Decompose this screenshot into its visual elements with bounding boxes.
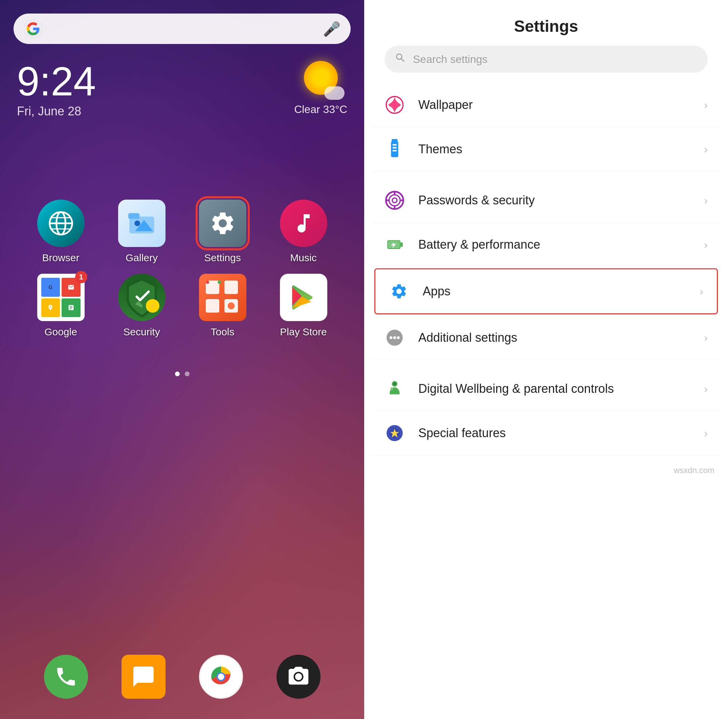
search-settings-placeholder: Search settings xyxy=(413,53,488,66)
playstore-label: Play Store xyxy=(280,326,327,338)
svg-point-12 xyxy=(206,281,209,284)
battery-chevron: › xyxy=(704,238,708,251)
tools-label: Tools xyxy=(211,326,234,338)
gallery-icon xyxy=(118,200,165,247)
app-item-tools[interactable]: Tools xyxy=(189,274,257,338)
app-row-2: G 1 Google xyxy=(20,274,344,338)
mic-icon[interactable]: 🎤 xyxy=(323,21,341,37)
dot-2 xyxy=(185,371,190,376)
svg-text:⚡: ⚡ xyxy=(148,301,158,310)
apps-chevron: › xyxy=(700,285,703,298)
svg-point-17 xyxy=(227,302,235,310)
app-grid: Browser Gallery xyxy=(0,186,364,361)
clock-time: 9:24 xyxy=(17,61,96,102)
home-screen: 🎤 9:24 Fri, June 28 Clear 33°C xyxy=(0,0,364,719)
browser-label: Browser xyxy=(42,252,79,264)
dock-camera[interactable] xyxy=(277,655,321,699)
security-app-icon: ⚡ xyxy=(118,274,165,321)
special-icon xyxy=(384,423,405,443)
security-label: Security xyxy=(123,326,160,338)
google-logo xyxy=(24,19,43,38)
additional-label: Additional settings xyxy=(418,330,704,346)
svg-point-21 xyxy=(295,673,301,680)
app-item-gallery[interactable]: Gallery xyxy=(108,200,176,264)
clock-date: Fri, June 28 xyxy=(17,104,96,118)
passwords-chevron: › xyxy=(704,194,708,207)
dock-messages[interactable] xyxy=(121,655,165,699)
google-icon: G 1 xyxy=(37,274,85,321)
dot-1 xyxy=(175,371,180,376)
google-search-bar[interactable]: 🎤 xyxy=(14,14,351,44)
app-item-security[interactable]: ⚡ Security xyxy=(108,274,176,338)
battery-icon xyxy=(384,235,405,255)
svg-rect-25 xyxy=(393,144,397,145)
wellbeing-label: Digital Wellbeing & parental controls xyxy=(418,381,704,397)
passwords-icon xyxy=(384,190,405,211)
google-label: Google xyxy=(44,326,77,338)
app-item-music[interactable]: Music xyxy=(270,200,337,264)
weather-text: Clear 33°C xyxy=(294,103,347,116)
settings-item-special[interactable]: Special features › xyxy=(371,411,721,455)
svg-rect-36 xyxy=(401,243,403,247)
settings-item-additional[interactable]: Additional settings › xyxy=(371,316,721,360)
status-bar xyxy=(0,0,364,10)
settings-item-themes[interactable]: Themes › xyxy=(371,127,721,171)
svg-point-41 xyxy=(393,336,396,339)
app-item-settings[interactable]: Settings xyxy=(189,200,257,264)
svg-point-6 xyxy=(135,221,140,226)
dock-chrome[interactable] xyxy=(199,655,243,699)
wallpaper-icon xyxy=(384,95,405,115)
special-chevron: › xyxy=(704,427,708,440)
apps-settings-icon xyxy=(389,281,409,301)
special-label: Special features xyxy=(418,425,704,441)
app-item-playstore[interactable]: Play Store xyxy=(270,274,337,338)
settings-item-apps[interactable]: Apps › xyxy=(374,268,718,314)
themes-chevron: › xyxy=(704,143,708,156)
svg-point-20 xyxy=(218,674,224,680)
music-label: Music xyxy=(290,252,317,264)
app-item-browser[interactable]: Browser xyxy=(27,200,95,264)
settings-item-wallpaper[interactable]: Wallpaper › xyxy=(371,83,721,127)
playstore-icon xyxy=(280,274,327,321)
svg-rect-26 xyxy=(393,147,397,148)
page-indicators xyxy=(0,371,364,376)
svg-rect-8 xyxy=(128,213,139,219)
settings-item-battery[interactable]: Battery & performance › xyxy=(371,223,721,267)
music-icon xyxy=(280,200,327,247)
svg-point-42 xyxy=(397,336,400,339)
svg-rect-24 xyxy=(391,141,398,157)
settings-title: Settings xyxy=(364,0,728,42)
apps-label: Apps xyxy=(423,284,700,299)
dock-phone[interactable] xyxy=(44,655,88,699)
browser-icon xyxy=(37,200,85,247)
weather-icon xyxy=(304,61,338,95)
notification-badge: 1 xyxy=(75,271,87,283)
settings-icon xyxy=(199,200,246,247)
app-item-google[interactable]: G 1 Google xyxy=(27,274,95,338)
app-row-1: Browser Gallery xyxy=(20,200,344,264)
search-settings-icon xyxy=(395,52,406,66)
battery-label: Battery & performance xyxy=(418,237,704,253)
tools-icon xyxy=(199,274,246,321)
svg-point-40 xyxy=(390,336,393,339)
settings-label: Settings xyxy=(204,252,241,264)
passwords-label: Passwords & security xyxy=(418,192,704,208)
svg-rect-14 xyxy=(224,281,238,294)
svg-point-29 xyxy=(389,195,401,206)
settings-list: Wallpaper › Themes › xyxy=(364,83,728,455)
svg-point-45 xyxy=(391,388,393,390)
themes-label: Themes xyxy=(418,142,704,157)
svg-point-13 xyxy=(218,281,221,284)
bottom-dock xyxy=(0,655,364,699)
svg-point-44 xyxy=(393,382,396,385)
settings-panel: Settings Search settings Wallpaper › xyxy=(364,0,728,719)
wellbeing-chevron: › xyxy=(704,383,708,395)
gallery-label: Gallery xyxy=(125,252,158,264)
svg-rect-15 xyxy=(206,299,219,313)
settings-item-passwords[interactable]: Passwords & security › xyxy=(371,178,721,223)
additional-icon xyxy=(384,328,405,348)
settings-item-wellbeing[interactable]: Digital Wellbeing & parental controls › xyxy=(371,367,721,411)
wallpaper-chevron: › xyxy=(704,99,708,111)
search-settings-bar[interactable]: Search settings xyxy=(384,46,708,73)
additional-chevron: › xyxy=(704,331,708,344)
